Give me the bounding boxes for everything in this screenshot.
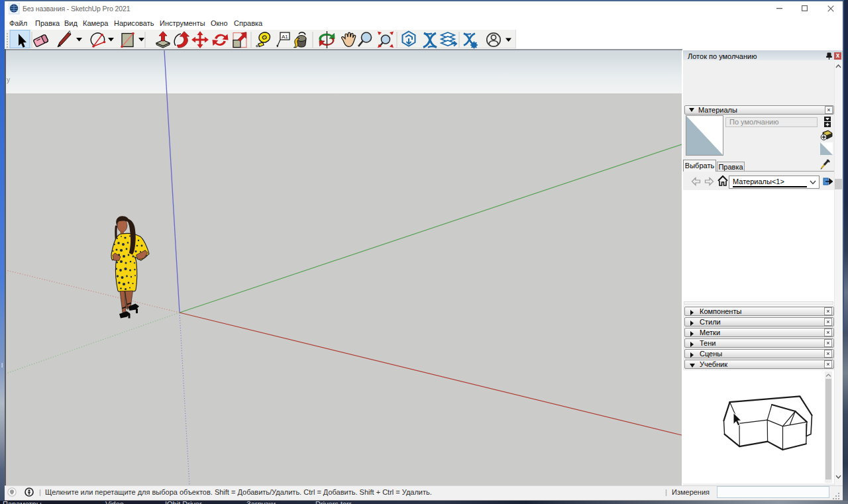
svg-text:A1: A1: [282, 34, 288, 40]
